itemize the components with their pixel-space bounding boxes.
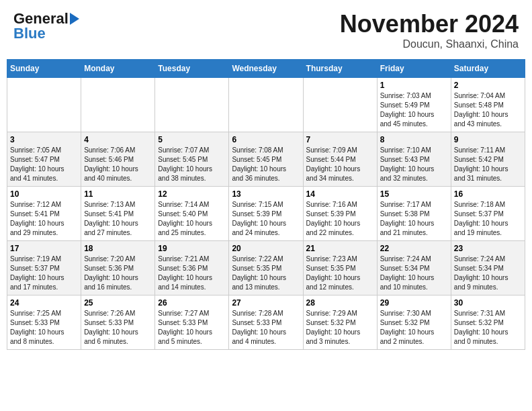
calendar-cell: 4Sunrise: 7:06 AM Sunset: 5:46 PM Daylig… — [81, 132, 155, 187]
calendar-cell — [81, 78, 155, 132]
day-number: 28 — [306, 298, 374, 308]
day-info: Sunrise: 7:19 AM Sunset: 5:37 PM Dayligh… — [10, 255, 78, 292]
calendar-week-row: 10Sunrise: 7:12 AM Sunset: 5:41 PM Dayli… — [7, 187, 525, 241]
day-number: 26 — [158, 298, 226, 308]
calendar-cell — [7, 78, 81, 132]
day-number: 15 — [380, 189, 448, 199]
day-info: Sunrise: 7:28 AM Sunset: 5:33 PM Dayligh… — [232, 309, 300, 347]
day-info: Sunrise: 7:12 AM Sunset: 5:41 PM Dayligh… — [10, 200, 78, 238]
calendar-cell: 11Sunrise: 7:13 AM Sunset: 5:41 PM Dayli… — [81, 187, 155, 241]
day-info: Sunrise: 7:21 AM Sunset: 5:36 PM Dayligh… — [158, 255, 226, 292]
calendar-cell: 18Sunrise: 7:20 AM Sunset: 5:36 PM Dayli… — [81, 241, 155, 295]
calendar-cell: 8Sunrise: 7:10 AM Sunset: 5:43 PM Daylig… — [377, 132, 451, 187]
col-header-wednesday: Wednesday — [229, 60, 303, 78]
calendar-cell: 16Sunrise: 7:18 AM Sunset: 5:37 PM Dayli… — [451, 187, 525, 241]
day-info: Sunrise: 7:07 AM Sunset: 5:45 PM Dayligh… — [158, 146, 226, 183]
calendar-cell: 25Sunrise: 7:26 AM Sunset: 5:33 PM Dayli… — [81, 295, 155, 350]
day-number: 21 — [306, 244, 374, 253]
calendar-cell: 7Sunrise: 7:09 AM Sunset: 5:44 PM Daylig… — [303, 132, 377, 187]
calendar-cell — [229, 78, 303, 132]
calendar-week-row: 1Sunrise: 7:03 AM Sunset: 5:49 PM Daylig… — [7, 78, 525, 132]
day-number: 25 — [84, 298, 152, 308]
calendar-cell: 17Sunrise: 7:19 AM Sunset: 5:37 PM Dayli… — [7, 241, 81, 295]
calendar-cell: 28Sunrise: 7:29 AM Sunset: 5:32 PM Dayli… — [303, 295, 377, 350]
day-number: 10 — [10, 189, 78, 199]
day-info: Sunrise: 7:03 AM Sunset: 5:49 PM Dayligh… — [380, 91, 448, 129]
page-header: General Blue November 2024 Doucun, Shaan… — [7, 7, 525, 54]
calendar-cell: 6Sunrise: 7:08 AM Sunset: 5:45 PM Daylig… — [229, 132, 303, 187]
day-info: Sunrise: 7:23 AM Sunset: 5:35 PM Dayligh… — [306, 255, 374, 292]
calendar-cell: 2Sunrise: 7:04 AM Sunset: 5:48 PM Daylig… — [451, 78, 525, 132]
calendar-table: SundayMondayTuesdayWednesdayThursdayFrid… — [7, 59, 525, 350]
day-info: Sunrise: 7:29 AM Sunset: 5:32 PM Dayligh… — [306, 309, 374, 347]
day-number: 29 — [380, 298, 448, 308]
day-number: 8 — [380, 135, 448, 144]
calendar-cell: 1Sunrise: 7:03 AM Sunset: 5:49 PM Daylig… — [377, 78, 451, 132]
day-number: 1 — [380, 81, 448, 90]
day-info: Sunrise: 7:24 AM Sunset: 5:34 PM Dayligh… — [454, 255, 522, 292]
calendar-cell — [155, 78, 229, 132]
day-number: 6 — [232, 135, 300, 144]
day-info: Sunrise: 7:18 AM Sunset: 5:37 PM Dayligh… — [454, 200, 522, 238]
day-info: Sunrise: 7:11 AM Sunset: 5:42 PM Dayligh… — [454, 146, 522, 183]
day-number: 3 — [10, 135, 78, 144]
day-info: Sunrise: 7:15 AM Sunset: 5:39 PM Dayligh… — [232, 200, 300, 238]
day-info: Sunrise: 7:10 AM Sunset: 5:43 PM Dayligh… — [380, 146, 448, 183]
day-info: Sunrise: 7:09 AM Sunset: 5:44 PM Dayligh… — [306, 146, 374, 183]
day-number: 14 — [306, 189, 374, 199]
col-header-monday: Monday — [81, 60, 155, 78]
day-number: 9 — [454, 135, 522, 144]
calendar-header-row: SundayMondayTuesdayWednesdayThursdayFrid… — [7, 60, 525, 78]
day-info: Sunrise: 7:06 AM Sunset: 5:46 PM Dayligh… — [84, 146, 152, 183]
calendar-week-row: 3Sunrise: 7:05 AM Sunset: 5:47 PM Daylig… — [7, 132, 525, 187]
calendar-cell: 23Sunrise: 7:24 AM Sunset: 5:34 PM Dayli… — [451, 241, 525, 295]
day-info: Sunrise: 7:25 AM Sunset: 5:33 PM Dayligh… — [10, 309, 78, 347]
month-year-title: November 2024 — [340, 10, 519, 38]
day-number: 27 — [232, 298, 300, 308]
calendar-cell: 13Sunrise: 7:15 AM Sunset: 5:39 PM Dayli… — [229, 187, 303, 241]
col-header-thursday: Thursday — [303, 60, 377, 78]
calendar-cell — [303, 78, 377, 132]
day-info: Sunrise: 7:16 AM Sunset: 5:39 PM Dayligh… — [306, 200, 374, 238]
day-number: 11 — [84, 189, 152, 199]
calendar-cell: 12Sunrise: 7:14 AM Sunset: 5:40 PM Dayli… — [155, 187, 229, 241]
day-number: 5 — [158, 135, 226, 144]
day-number: 24 — [10, 298, 78, 308]
day-number: 22 — [380, 244, 448, 253]
day-number: 18 — [84, 244, 152, 253]
day-info: Sunrise: 7:24 AM Sunset: 5:34 PM Dayligh… — [380, 255, 448, 292]
col-header-friday: Friday — [377, 60, 451, 78]
calendar-cell: 19Sunrise: 7:21 AM Sunset: 5:36 PM Dayli… — [155, 241, 229, 295]
calendar-cell: 22Sunrise: 7:24 AM Sunset: 5:34 PM Dayli… — [377, 241, 451, 295]
calendar-cell: 24Sunrise: 7:25 AM Sunset: 5:33 PM Dayli… — [7, 295, 81, 350]
day-info: Sunrise: 7:22 AM Sunset: 5:35 PM Dayligh… — [232, 255, 300, 292]
calendar-week-row: 24Sunrise: 7:25 AM Sunset: 5:33 PM Dayli… — [7, 295, 525, 350]
day-number: 20 — [232, 244, 300, 253]
day-info: Sunrise: 7:27 AM Sunset: 5:33 PM Dayligh… — [158, 309, 226, 347]
calendar-cell: 14Sunrise: 7:16 AM Sunset: 5:39 PM Dayli… — [303, 187, 377, 241]
day-info: Sunrise: 7:26 AM Sunset: 5:33 PM Dayligh… — [84, 309, 152, 347]
day-info: Sunrise: 7:13 AM Sunset: 5:41 PM Dayligh… — [84, 200, 152, 238]
logo-bottom: Blue — [13, 25, 46, 42]
location-subtitle: Doucun, Shaanxi, China — [340, 38, 519, 50]
day-info: Sunrise: 7:30 AM Sunset: 5:32 PM Dayligh… — [380, 309, 448, 347]
title-block: November 2024 Doucun, Shaanxi, China — [340, 10, 519, 50]
calendar-cell: 9Sunrise: 7:11 AM Sunset: 5:42 PM Daylig… — [451, 132, 525, 187]
calendar-cell: 21Sunrise: 7:23 AM Sunset: 5:35 PM Dayli… — [303, 241, 377, 295]
day-info: Sunrise: 7:08 AM Sunset: 5:45 PM Dayligh… — [232, 146, 300, 183]
day-info: Sunrise: 7:17 AM Sunset: 5:38 PM Dayligh… — [380, 200, 448, 238]
day-info: Sunrise: 7:20 AM Sunset: 5:36 PM Dayligh… — [84, 255, 152, 292]
day-number: 17 — [10, 244, 78, 253]
calendar-cell: 5Sunrise: 7:07 AM Sunset: 5:45 PM Daylig… — [155, 132, 229, 187]
day-number: 4 — [84, 135, 152, 144]
day-number: 19 — [158, 244, 226, 253]
day-info: Sunrise: 7:14 AM Sunset: 5:40 PM Dayligh… — [158, 200, 226, 238]
col-header-tuesday: Tuesday — [155, 60, 229, 78]
day-number: 2 — [454, 81, 522, 90]
day-info: Sunrise: 7:05 AM Sunset: 5:47 PM Dayligh… — [10, 146, 78, 183]
day-info: Sunrise: 7:31 AM Sunset: 5:32 PM Dayligh… — [454, 309, 522, 347]
day-number: 23 — [454, 244, 522, 253]
calendar-week-row: 17Sunrise: 7:19 AM Sunset: 5:37 PM Dayli… — [7, 241, 525, 295]
calendar-cell: 3Sunrise: 7:05 AM Sunset: 5:47 PM Daylig… — [7, 132, 81, 187]
calendar-cell: 30Sunrise: 7:31 AM Sunset: 5:32 PM Dayli… — [451, 295, 525, 350]
